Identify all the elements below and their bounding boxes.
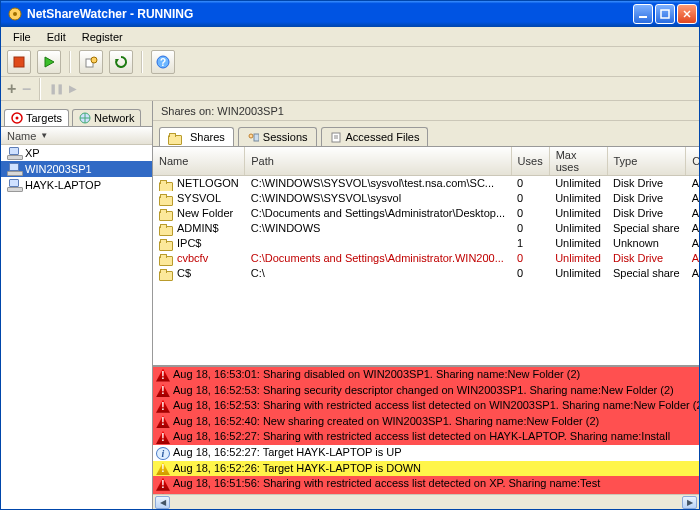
add-target-button[interactable]: +: [7, 80, 16, 98]
col-type[interactable]: Type: [607, 147, 686, 176]
col-path[interactable]: Path: [245, 147, 511, 176]
log-panel[interactable]: !Aug 18, 16:53:01: Sharing disabled on W…: [153, 366, 699, 494]
window-title: NetShareWatcher - RUNNING: [27, 7, 633, 21]
warning-icon: !: [156, 462, 170, 475]
share-row[interactable]: NETLOGONC:\WINDOWS\SYSVOL\sysvol\test.ns…: [153, 176, 699, 191]
svg-point-1: [13, 12, 17, 16]
right-pane: Shares on: WIN2003SP1 Shares Sessions Ac…: [153, 101, 699, 509]
share-folder-icon: [159, 208, 173, 219]
share-row[interactable]: ADMIN$C:\WINDOWS0UnlimitedSpecial shareA…: [153, 221, 699, 236]
help-button[interactable]: ?: [151, 50, 175, 74]
remove-target-button[interactable]: –: [22, 80, 31, 98]
target-item[interactable]: HAYK-LAPTOP: [1, 177, 152, 193]
tab-accessed-files[interactable]: Accessed Files: [321, 127, 429, 146]
error-icon: !: [156, 415, 170, 428]
menu-register[interactable]: Register: [74, 29, 131, 45]
settings-button[interactable]: [79, 50, 103, 74]
tab-shares[interactable]: Shares: [159, 127, 234, 146]
svg-point-9: [91, 57, 97, 63]
col-name[interactable]: Name: [153, 147, 245, 176]
play-button[interactable]: [37, 50, 61, 74]
share-folder-icon: [159, 179, 173, 190]
svg-rect-3: [661, 10, 669, 18]
svg-rect-2: [639, 16, 647, 18]
scroll-left-icon[interactable]: ◀: [155, 496, 170, 509]
error-icon: !: [156, 478, 170, 491]
shares-on-header: Shares on: WIN2003SP1: [153, 101, 699, 121]
pause-target-button[interactable]: ❚❚: [49, 83, 63, 94]
app-icon: [7, 6, 23, 22]
left-pane: Targets Network Name ▼ XPWIN2003SP1HAYK-…: [1, 101, 153, 509]
shares-icon: [168, 132, 182, 143]
tab-sessions[interactable]: Sessions: [238, 127, 317, 146]
info-icon: i: [156, 447, 170, 460]
shares-on-value: WIN2003SP1: [217, 105, 284, 117]
sessions-icon: [247, 131, 259, 143]
target-icon: [11, 112, 23, 124]
host-icon: [7, 163, 21, 175]
share-row[interactable]: C$C:\0UnlimitedSpecial shareAug 18, 16:3…: [153, 266, 699, 281]
svg-text:?: ?: [160, 57, 166, 68]
targets-column-header[interactable]: Name ▼: [1, 127, 152, 145]
error-icon: !: [156, 431, 170, 444]
share-folder-icon: [159, 253, 173, 264]
log-row[interactable]: !Aug 18, 16:52:26: Target HAYK-LAPTOP is…: [153, 461, 699, 477]
log-row[interactable]: !Aug 18, 16:53:01: Sharing disabled on W…: [153, 367, 699, 383]
share-folder-icon: [159, 223, 173, 234]
network-icon: [79, 112, 91, 124]
col-max[interactable]: Max uses: [549, 147, 607, 176]
share-row[interactable]: IPC$1UnlimitedUnknownAug 18, 16:36:44Rem…: [153, 236, 699, 251]
share-row[interactable]: SYSVOLC:\WINDOWS\SYSVOL\sysvol0Unlimited…: [153, 191, 699, 206]
tab-targets[interactable]: Targets: [4, 109, 69, 126]
log-row[interactable]: !Aug 18, 16:52:53: Sharing security desc…: [153, 383, 699, 399]
scroll-right-icon[interactable]: ▶: [682, 496, 697, 509]
log-row[interactable]: iAug 18, 16:52:27: Target HAYK-LAPTOP is…: [153, 445, 699, 461]
menu-edit[interactable]: Edit: [39, 29, 74, 45]
minimize-button[interactable]: [633, 4, 653, 24]
close-button[interactable]: [677, 4, 697, 24]
refresh-button[interactable]: [109, 50, 133, 74]
col-created[interactable]: Created: [686, 147, 699, 176]
menubar: File Edit Register: [1, 27, 699, 47]
tab-network-label: Network: [94, 112, 134, 124]
maximize-button[interactable]: [655, 4, 675, 24]
target-name: XP: [25, 147, 40, 159]
target-name: HAYK-LAPTOP: [25, 179, 101, 191]
share-folder-icon: [159, 268, 173, 279]
shares-on-label: Shares on:: [161, 105, 214, 117]
target-toolbar: + – ❚❚ ▶: [1, 77, 699, 101]
target-item[interactable]: WIN2003SP1: [1, 161, 152, 177]
log-scrollbar[interactable]: ◀ ▶: [153, 494, 699, 509]
error-icon: !: [156, 400, 170, 413]
files-icon: [330, 131, 342, 143]
tab-network[interactable]: Network: [72, 109, 141, 126]
svg-point-16: [249, 134, 253, 138]
col-uses[interactable]: Uses: [511, 147, 549, 176]
targets-list[interactable]: XPWIN2003SP1HAYK-LAPTOP: [1, 145, 152, 509]
tab-accessed-label: Accessed Files: [346, 131, 420, 143]
log-row[interactable]: !Aug 18, 16:52:40: New sharing created o…: [153, 414, 699, 430]
share-row[interactable]: cvbcfvC:\Documents and Settings\Administ…: [153, 251, 699, 266]
svg-marker-7: [45, 57, 54, 67]
log-row[interactable]: !Aug 18, 16:51:56: Sharing with restrict…: [153, 476, 699, 492]
host-icon: [7, 179, 21, 191]
menu-file[interactable]: File: [5, 29, 39, 45]
tab-shares-label: Shares: [190, 131, 225, 143]
app-window: NetShareWatcher - RUNNING File Edit Regi…: [0, 0, 700, 510]
share-folder-icon: [159, 193, 173, 204]
target-item[interactable]: XP: [1, 145, 152, 161]
stop-button[interactable]: [7, 50, 31, 74]
target-name: WIN2003SP1: [25, 163, 92, 175]
log-row[interactable]: !Aug 18, 16:52:53: Sharing with restrict…: [153, 398, 699, 414]
resume-target-button[interactable]: ▶: [69, 83, 77, 94]
svg-point-14: [16, 117, 19, 120]
share-folder-icon: [159, 238, 173, 249]
shares-grid[interactable]: Name Path Uses Max uses Type Created Rem…: [153, 147, 699, 366]
error-icon: !: [156, 369, 170, 382]
tab-targets-label: Targets: [26, 112, 62, 124]
titlebar[interactable]: NetShareWatcher - RUNNING: [1, 1, 699, 27]
tab-sessions-label: Sessions: [263, 131, 308, 143]
log-row[interactable]: !Aug 18, 16:52:27: Sharing with restrict…: [153, 429, 699, 445]
svg-rect-6: [14, 57, 24, 67]
share-row[interactable]: New FolderC:\Documents and Settings\Admi…: [153, 206, 699, 221]
